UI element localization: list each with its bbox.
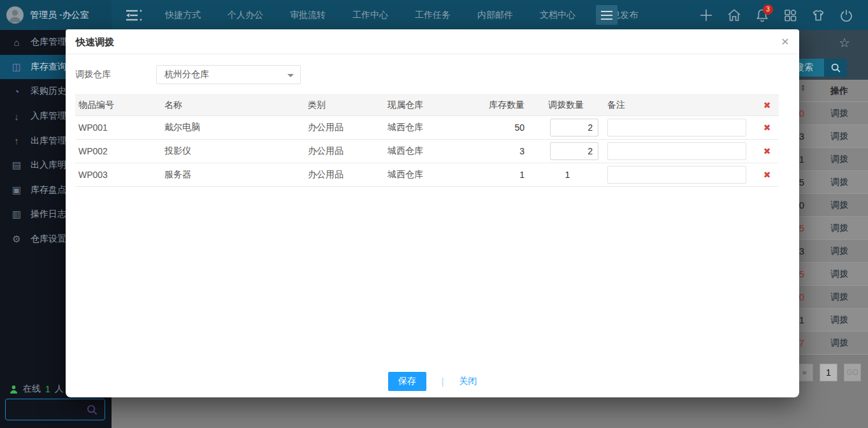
transfer-form: 调拨仓库 杭州分仓库 <box>66 54 799 88</box>
transfer-qty-input[interactable] <box>550 119 598 137</box>
sidebar-item-label: 入库管理 <box>31 110 66 122</box>
notifications-bell-icon[interactable]: 3 <box>755 8 770 23</box>
item-code: WP003 <box>75 163 161 187</box>
home-icon[interactable] <box>727 8 742 23</box>
online-count: 1 <box>45 384 50 394</box>
column-header: 现属仓库 <box>384 95 483 116</box>
menu-item[interactable]: 文档中心 <box>526 0 589 30</box>
page-number-input[interactable]: 1 <box>820 364 837 381</box>
purchase-history-icon: ◔ <box>11 86 22 97</box>
online-label: 在线 <box>23 383 41 395</box>
sidebar-item-label: 采购历史 <box>31 85 66 97</box>
transfer-link[interactable]: 调拨 <box>820 154 858 165</box>
search-icon <box>824 59 847 77</box>
delete-all-icon[interactable]: ✖ <box>763 100 771 110</box>
collapse-sidebar-icon[interactable] <box>125 9 144 22</box>
pagination: » 1 GO <box>795 364 861 381</box>
item-warehouse: 城西仓库 <box>384 163 483 187</box>
column-header: 类别 <box>305 95 384 116</box>
close-button[interactable]: 关闭 <box>459 376 477 387</box>
target-warehouse-select[interactable]: 杭州分仓库 <box>156 65 301 84</box>
username: 管理员 -办公室 <box>30 10 89 21</box>
quick-transfer-modal: 快速调拨 × 调拨仓库 杭州分仓库 物品编号名称类别现属仓库库存数量调拨数量备注… <box>66 29 799 397</box>
menu-item[interactable]: 个人办公 <box>214 0 277 30</box>
inventory-query-icon: ◫ <box>11 61 22 73</box>
online-user-icon <box>9 385 18 394</box>
menu-item[interactable]: 工作中心 <box>339 0 401 30</box>
delete-cell: ✖ <box>755 140 779 163</box>
note-input[interactable] <box>607 166 746 184</box>
stock-qty: 1 <box>483 163 528 187</box>
topbar-user-area[interactable]: 管理员 -办公室 <box>0 0 112 30</box>
item-name: 戴尔电脑 <box>161 116 305 140</box>
menu-item[interactable]: 审批流转 <box>277 0 339 30</box>
notification-badge: 3 <box>763 4 773 15</box>
stock-qty: 3 <box>483 140 528 163</box>
transfer-qty-cell: 1 <box>528 163 604 187</box>
transfer-link[interactable]: 调拨 <box>820 223 858 234</box>
save-button[interactable]: 保存 <box>388 372 426 391</box>
item-row: WP001戴尔电脑办公用品城西仓库50✖ <box>75 116 779 140</box>
favorite-star-icon[interactable]: ☆ <box>839 35 850 50</box>
item-warehouse: 城西仓库 <box>384 116 483 140</box>
transfer-link[interactable]: 调拨 <box>820 108 858 119</box>
target-warehouse-label: 调拨仓库 <box>75 69 156 80</box>
sidebar-item-label: 库存查询 <box>31 61 66 73</box>
topbar: 管理员 -办公室 快捷方式个人办公审批流转工作中心工作任务内部邮件文档中心信息发… <box>0 0 868 30</box>
sidebar-item-label: 仓库设置 <box>31 233 66 245</box>
action-column-header: 操作 <box>820 80 858 102</box>
topbar-icons: 3 <box>698 0 854 30</box>
transfer-link[interactable]: 调拨 <box>820 337 858 349</box>
avatar <box>6 6 24 24</box>
transfer-link[interactable]: 调拨 <box>820 177 858 188</box>
column-header: 库存数量 <box>483 95 528 116</box>
go-button[interactable]: GO <box>844 364 861 381</box>
inbound-icon: ↓ <box>11 111 22 122</box>
add-icon[interactable] <box>698 8 714 23</box>
sidebar-search-input[interactable] <box>5 399 105 420</box>
stocktake-icon: ▣ <box>11 184 22 196</box>
item-warehouse: 城西仓库 <box>384 140 483 163</box>
footer-divider: | <box>442 376 444 387</box>
note-input[interactable] <box>607 119 746 137</box>
sidebar-item-label: 库存盘点 <box>31 184 66 196</box>
more-menu-icon[interactable] <box>596 5 618 25</box>
search-icon <box>86 404 98 416</box>
menu-item[interactable]: 内部邮件 <box>464 0 526 30</box>
topbar-menu: 快捷方式个人办公审批流转工作中心工作任务内部邮件文档中心信息发布 <box>152 0 651 30</box>
menu-item[interactable]: 工作任务 <box>401 0 464 30</box>
transfer-link[interactable]: 调拨 <box>820 291 858 303</box>
item-name: 服务器 <box>161 163 305 187</box>
delete-row-icon[interactable]: ✖ <box>763 170 771 180</box>
transfer-link[interactable]: 调拨 <box>820 246 858 257</box>
sidebar-item-label: 操作日志 <box>31 209 66 220</box>
delete-row-icon[interactable]: ✖ <box>763 122 771 133</box>
menu-item[interactable]: 快捷方式 <box>152 0 214 30</box>
close-icon[interactable]: × <box>781 33 789 50</box>
item-row: WP002投影仪办公用品城西仓库3✖ <box>75 140 779 163</box>
note-input[interactable] <box>607 142 746 160</box>
warehouse-icon: ⌂ <box>11 37 22 48</box>
transfer-items-table: 物品编号名称类别现属仓库库存数量调拨数量备注✖ WP001戴尔电脑办公用品城西仓… <box>75 94 779 187</box>
transfer-qty-input[interactable] <box>550 142 598 160</box>
sort-icon[interactable]: ▲▼ <box>799 84 807 92</box>
theme-shirt-icon[interactable] <box>811 8 826 23</box>
note-cell <box>604 116 755 140</box>
transfer-link[interactable]: 调拨 <box>820 131 858 142</box>
sidebar-item-label: 出库管理 <box>31 135 66 147</box>
power-logout-icon[interactable] <box>839 8 854 23</box>
online-suffix: 人 <box>55 383 64 395</box>
delete-cell: ✖ <box>755 163 779 187</box>
transfer-link[interactable]: 调拨 <box>820 269 858 280</box>
operation-log-icon: ▥ <box>11 209 22 220</box>
note-cell <box>604 140 755 163</box>
apps-grid-icon[interactable] <box>783 8 798 23</box>
transfer-link[interactable]: 调拨 <box>820 200 858 211</box>
transfer-link[interactable]: 调拨 <box>820 314 858 326</box>
column-header: 调拨数量 <box>528 95 604 116</box>
item-row: WP003服务器办公用品城西仓库11✖ <box>75 163 779 187</box>
delete-row-icon[interactable]: ✖ <box>763 146 771 156</box>
column-header: 物品编号 <box>75 95 161 116</box>
column-header: 名称 <box>161 95 305 116</box>
modal-header: 快速调拨 × <box>66 29 799 54</box>
